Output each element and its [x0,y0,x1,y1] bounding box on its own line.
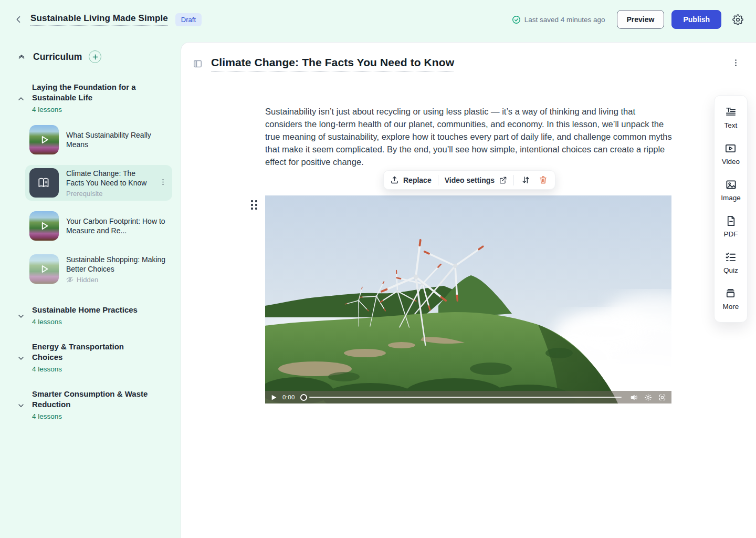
section-header[interactable]: Energy & Transportation Choices 4 lesson… [17,342,172,373]
lesson-options-kebab-icon[interactable] [729,56,742,71]
lesson-editor-canvas: Climate Change: The Facts You Need to Kn… [181,42,756,538]
add-section-button[interactable] [89,50,101,63]
tool-more[interactable]: More [723,287,739,311]
external-link-icon [499,176,507,184]
top-bar: Sustainable Living Made Simple Draft Las… [0,0,756,39]
play-icon [29,254,59,284]
upload-icon [390,175,399,184]
video-block-icon [724,142,737,154]
lesson-intro-paragraph[interactable]: Sustainability isn’t just about recyclin… [265,105,673,168]
lesson-title: What Sustainability Really Means [66,130,168,150]
lesson-header: Climate Change: The Facts You Need to Kn… [181,43,756,71]
image-block-icon [725,179,737,191]
play-icon [29,125,59,154]
video-fullscreen-icon[interactable] [658,394,666,401]
section-lesson-count: 4 lessons [32,365,151,373]
lesson-video-thumbnail [29,125,59,154]
section-lesson-count: 4 lessons [32,318,151,326]
video-volume-icon[interactable] [630,394,638,401]
curriculum-section: Sustainable Home Practices 4 lessons [17,305,172,326]
section-header[interactable]: Laying the Foundation for a Sustainable … [17,82,172,113]
sidebar-toggle-icon[interactable] [191,57,204,71]
lesson-kebab-icon[interactable] [158,176,168,190]
back-icon[interactable] [12,12,26,27]
book-open-icon [37,176,51,190]
section-title: Sustainable Home Practices [32,305,151,315]
preview-button[interactable]: Preview [617,10,665,29]
move-block-icon[interactable] [520,174,531,185]
lesson-badge-hidden: Hidden [66,276,168,284]
video-scrubber-knob[interactable] [300,394,307,401]
section-lesson-count: 4 lessons [32,106,151,113]
lesson-list: What Sustainability Really Means Climate… [25,122,172,287]
lesson-title: Your Carbon Footprint: How to Measure an… [66,216,168,236]
chevron-down-icon[interactable] [17,312,25,320]
tool-pdf[interactable]: PDF [724,215,738,238]
lesson-title: Climate Change: The Facts You Need to Kn… [66,169,151,188]
publish-button[interactable]: Publish [671,10,721,29]
section-lesson-count: 4 lessons [32,412,151,420]
video-settings-gear-icon[interactable] [644,394,652,401]
more-blocks-icon [724,287,737,299]
lesson-item-selected[interactable]: Climate Change: The Facts You Need to Kn… [25,165,172,201]
tool-video[interactable]: Video [722,142,740,165]
play-icon [29,211,59,241]
curriculum-header: Curriculum [17,50,172,63]
lesson-page-title[interactable]: Climate Change: The Facts You Need to Kn… [211,56,454,71]
curriculum-section: Energy & Transportation Choices 4 lesson… [17,342,172,373]
video-progress-track[interactable] [309,397,622,398]
delete-block-icon[interactable] [538,174,549,185]
tool-quiz[interactable]: Quiz [723,251,738,274]
video-block-toolbar: Replace Video settings [383,170,555,190]
video-play-icon[interactable] [270,394,277,401]
curriculum-sidebar: Curriculum Laying the Foundation for a S… [0,39,181,538]
lesson-item-hidden[interactable]: Sustainable Shopping: Making Better Choi… [25,251,172,287]
top-bar-actions: Last saved 4 minutes ago Preview Publish [512,10,746,29]
quiz-block-icon [724,251,737,263]
block-drag-handle-icon[interactable] [249,198,259,212]
lesson-video-thumbnail [29,254,59,284]
status-badge: Draft [175,13,202,26]
video-controls-bar: 0:00 [265,391,671,404]
video-settings-button[interactable]: Video settings [445,176,507,184]
section-title: Energy & Transportation Choices [32,342,151,363]
lesson-badge-prerequisite: Prerequisite [66,190,151,198]
video-current-time: 0:00 [282,394,295,400]
last-saved-text: Last saved 4 minutes ago [524,16,605,24]
curriculum-title: Curriculum [33,51,82,63]
chevron-down-icon[interactable] [17,401,25,410]
tool-text[interactable]: Text [724,106,738,129]
chevron-down-icon[interactable] [17,354,25,363]
lesson-item[interactable]: Your Carbon Footprint: How to Measure an… [25,208,172,244]
check-circle-icon [512,15,521,24]
lesson-video-thumbnail [29,211,59,241]
course-title[interactable]: Sustainable Living Made Simple [30,13,168,26]
insert-block-panel: Text Video Image PDF Quiz More [714,95,748,323]
wind-farm-video-frame [265,195,671,404]
curriculum-section: Laying the Foundation for a Sustainable … [17,82,172,287]
section-header[interactable]: Smarter Consumption & Waste Reduction 4 … [17,389,172,420]
collapse-all-icon[interactable] [17,52,26,61]
text-block-icon [724,106,737,118]
last-saved-status: Last saved 4 minutes ago [512,15,605,24]
toolbar-divider [513,175,514,185]
eye-off-icon [66,276,74,283]
chevron-up-icon[interactable] [17,95,25,103]
pdf-block-icon [725,215,737,227]
curriculum-section: Smarter Consumption & Waste Reduction 4 … [17,389,172,420]
section-header[interactable]: Sustainable Home Practices 4 lessons [17,305,172,326]
toolbar-divider [438,175,438,185]
settings-gear-icon[interactable] [730,12,746,27]
tool-image[interactable]: Image [721,179,741,202]
lesson-video-player[interactable]: 0:00 [265,195,671,404]
lesson-title: Sustainable Shopping: Making Better Choi… [66,255,168,274]
section-title: Smarter Consumption & Waste Reduction [32,389,151,410]
reading-lesson-icon [29,168,59,198]
section-title: Laying the Foundation for a Sustainable … [32,82,151,103]
lesson-item[interactable]: What Sustainability Really Means [25,122,172,158]
replace-button[interactable]: Replace [390,175,432,184]
plus-icon [92,54,99,60]
